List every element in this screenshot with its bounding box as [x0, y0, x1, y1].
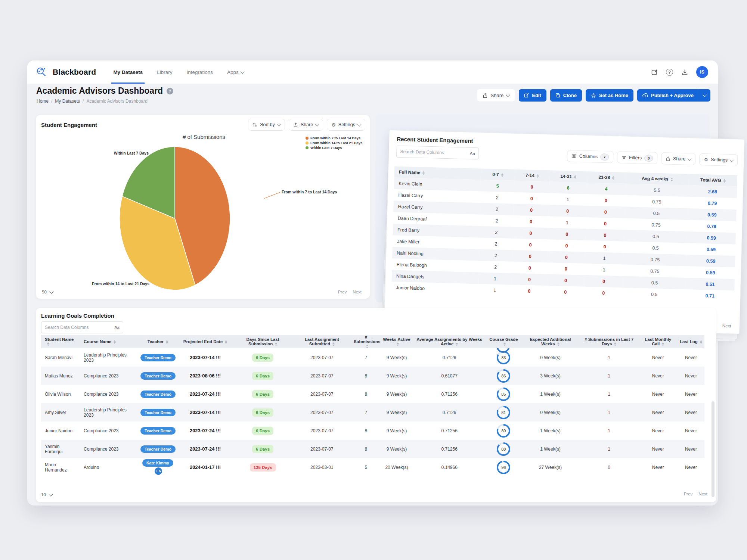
- table-row[interactable]: Olivia WilsonCompliance 2023Teacher Demo…: [41, 385, 704, 403]
- search-data-columns-input[interactable]: Search Data Columns Aa: [396, 146, 479, 160]
- sort-toggle[interactable]: [537, 174, 539, 178]
- teacher-pill[interactable]: Teacher Demo: [140, 409, 176, 416]
- course-grade-cell: 80: [486, 421, 521, 440]
- value-cell: 0.79: [688, 197, 737, 209]
- share-button[interactable]: Share: [477, 89, 515, 102]
- next-button[interactable]: Next: [698, 492, 707, 496]
- teacher-pill[interactable]: Teacher Demo: [140, 445, 176, 453]
- column-header[interactable]: 7-14: [515, 169, 550, 181]
- breadcrumb-my-datasets[interactable]: My Datasets: [55, 99, 80, 104]
- sort-toggle[interactable]: [723, 179, 725, 183]
- table-share-button[interactable]: Share: [661, 152, 696, 165]
- column-header[interactable]: 21-28: [587, 171, 626, 184]
- column-header[interactable]: # Submissions: [351, 335, 381, 348]
- teacher-pill[interactable]: Teacher Demo: [140, 372, 176, 380]
- table-settings-button[interactable]: ⚙ Settings: [699, 153, 738, 167]
- sort-toggle[interactable]: [397, 342, 399, 346]
- table-row[interactable]: Sarah MenaviLeadership Principles 2023Te…: [41, 348, 704, 367]
- table-row[interactable]: Yasmin FarouquiCompliance 2023Teacher De…: [41, 440, 704, 458]
- edit-button[interactable]: Edit: [519, 89, 546, 102]
- download-icon[interactable]: [681, 69, 688, 75]
- sort-toggle[interactable]: [275, 342, 277, 346]
- sort-toggle[interactable]: [166, 340, 168, 344]
- learning-goals-table: Student NameCourse NameTeacherProjected …: [41, 335, 704, 476]
- column-header[interactable]: Days Since Last Submission: [233, 335, 292, 348]
- match-case-toggle[interactable]: Aa: [115, 325, 120, 330]
- sort-toggle[interactable]: [503, 342, 506, 346]
- teacher-cell: Teacher Demo: [138, 367, 177, 385]
- vertical-scrollbar[interactable]: [712, 401, 715, 497]
- teacher-pill[interactable]: Teacher Demo: [140, 354, 176, 361]
- column-header[interactable]: Avg 4 weeks: [626, 172, 689, 185]
- column-header[interactable]: Teacher: [138, 335, 177, 348]
- compose-icon[interactable]: [651, 69, 658, 75]
- column-header[interactable]: Projected End Date: [177, 335, 233, 348]
- table-row[interactable]: Amy SilverLeadership Principles 2023Teac…: [41, 403, 704, 421]
- sort-toggle[interactable]: [501, 173, 503, 177]
- nav-tab-my-datasets[interactable]: My Datasets: [113, 60, 143, 84]
- column-header[interactable]: 0-7: [481, 168, 515, 180]
- teacher-extra-badge[interactable]: + 5: [154, 467, 163, 476]
- filters-button[interactable]: Filters 0: [617, 151, 658, 164]
- sort-toggle[interactable]: [614, 342, 616, 346]
- sort-toggle[interactable]: [612, 176, 614, 180]
- search-data-columns-input[interactable]: Search Data Columns Aa: [41, 321, 123, 333]
- column-header[interactable]: Last Log: [678, 335, 704, 348]
- clone-button[interactable]: Clone: [550, 89, 582, 102]
- column-header[interactable]: Weeks Active: [381, 335, 413, 348]
- publish-approve-button[interactable]: Publish + Approve: [637, 89, 699, 102]
- sort-toggle[interactable]: [422, 171, 425, 175]
- value-cell: 0.5: [624, 242, 687, 255]
- title-help-icon[interactable]: ?: [167, 88, 173, 94]
- sort-toggle[interactable]: [670, 178, 673, 181]
- teacher-pill[interactable]: Teacher Demo: [140, 391, 176, 398]
- sort-toggle[interactable]: [366, 345, 368, 348]
- sort-toggle[interactable]: [662, 342, 664, 346]
- sort-toggle[interactable]: [456, 342, 458, 346]
- column-header[interactable]: # Submissions in Last 7 Days: [580, 335, 639, 348]
- student-engagement-panel: Student Engagement Sort by Share: [36, 115, 370, 299]
- column-header[interactable]: Last Assignment Submitted: [292, 335, 351, 348]
- table-row[interactable]: Mario HernandezArduinoKate Kimmy+ 52024-…: [41, 458, 704, 476]
- value-cell: 0: [585, 240, 624, 253]
- table-row[interactable]: Matias MunozCompliance 2023Teacher Demo2…: [41, 367, 704, 385]
- match-case-toggle[interactable]: Aa: [470, 151, 475, 156]
- page-size-select[interactable]: 10: [41, 492, 52, 497]
- column-header[interactable]: Expected Additional Weeks: [521, 335, 579, 348]
- sort-toggle[interactable]: [557, 342, 560, 346]
- publish-more-button[interactable]: [699, 89, 710, 102]
- sort-toggle[interactable]: [574, 175, 576, 179]
- prev-button[interactable]: Prev: [338, 290, 347, 294]
- table-row[interactable]: Junior NaidooCompliance 2023Teacher Demo…: [41, 421, 704, 440]
- sort-toggle[interactable]: [332, 342, 335, 346]
- last-log-cell: Never: [678, 458, 704, 476]
- prev-button[interactable]: Prev: [684, 492, 693, 496]
- sort-toggle[interactable]: [225, 340, 227, 344]
- nav-tab-library[interactable]: Library: [157, 60, 172, 84]
- column-header[interactable]: Average Assignments by Weeks Active: [413, 335, 486, 348]
- user-avatar[interactable]: IS: [696, 66, 708, 78]
- teacher-pill[interactable]: Kate Kimmy: [142, 459, 173, 467]
- nav-tab-integrations[interactable]: Integrations: [186, 60, 213, 84]
- value-cell: 1: [548, 216, 586, 229]
- breadcrumb-home[interactable]: Home: [37, 99, 49, 104]
- teacher-pill[interactable]: Teacher Demo: [140, 427, 176, 435]
- column-header[interactable]: Course Grade: [486, 335, 521, 348]
- column-header[interactable]: Last Monthly Call: [639, 335, 678, 348]
- column-header[interactable]: Course Name: [80, 335, 138, 348]
- next-button[interactable]: Next: [722, 324, 731, 329]
- nav-tab-apps[interactable]: Apps: [227, 60, 244, 84]
- columns-button[interactable]: Columns 7: [567, 150, 613, 163]
- sort-toggle[interactable]: [47, 342, 49, 346]
- page-size-select[interactable]: 50: [42, 290, 53, 294]
- set-as-home-button[interactable]: Set as Home: [586, 89, 633, 102]
- column-header[interactable]: Student Name: [41, 335, 80, 348]
- sort-toggle[interactable]: [700, 340, 702, 344]
- submissions-pie-chart[interactable]: [36, 115, 370, 299]
- help-icon[interactable]: ?: [666, 69, 673, 76]
- sort-toggle[interactable]: [114, 340, 116, 344]
- column-header[interactable]: Total AVG: [688, 174, 737, 186]
- next-button[interactable]: Next: [353, 290, 362, 294]
- last-monthly-call-cell: Never: [639, 348, 678, 367]
- column-header[interactable]: 14-21: [550, 170, 588, 183]
